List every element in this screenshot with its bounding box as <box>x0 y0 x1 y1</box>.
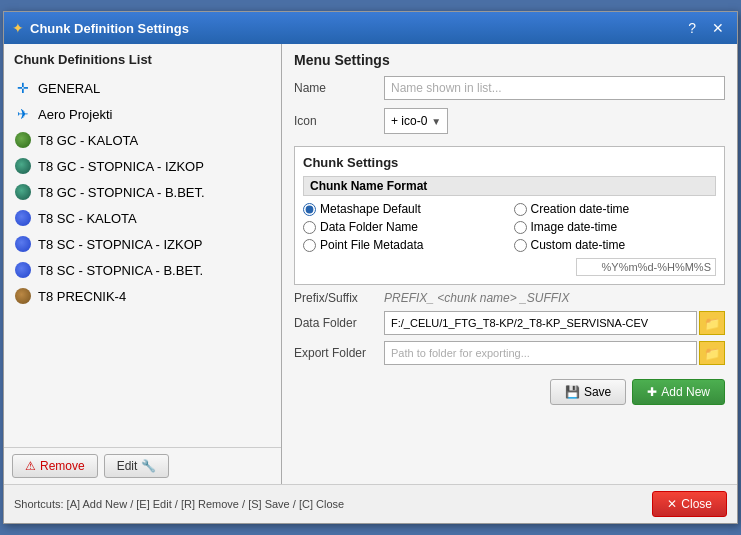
left-panel-buttons: ⚠ Remove Edit 🔧 <box>4 447 281 484</box>
radio-data-folder-input[interactable] <box>303 221 316 234</box>
shortcuts-text: Shortcuts: [A] Add New / [E] Edit / [R] … <box>14 498 344 510</box>
name-input[interactable] <box>384 76 725 100</box>
radio-point-file-input[interactable] <box>303 239 316 252</box>
list-item-label: T8 SC - STOPNICA - B.BET. <box>38 263 203 278</box>
plus-icon: ✛ <box>14 79 32 97</box>
list-item-label: GENERAL <box>38 81 100 96</box>
radio-metashape-default: Metashape Default <box>303 202 506 216</box>
sphere-icon <box>14 287 32 305</box>
save-icon: 💾 <box>565 385 580 399</box>
main-window: ✦ Chunk Definition Settings ? ✕ Chunk De… <box>3 11 738 524</box>
sphere-icon <box>14 261 32 279</box>
prefix-label: Prefix/Suffix <box>294 291 384 305</box>
radio-image-datetime-label: Image date-time <box>531 220 618 234</box>
list-item[interactable]: T8 SC - STOPNICA - IZKOP <box>4 231 281 257</box>
chevron-down-icon: ▼ <box>431 116 441 127</box>
radio-point-file-label: Point File Metadata <box>320 238 423 252</box>
save-button[interactable]: 💾 Save <box>550 379 626 405</box>
sphere-icon <box>14 209 32 227</box>
bottom-bar: Shortcuts: [A] Add New / [E] Edit / [R] … <box>4 484 737 523</box>
close-button[interactable]: ✕ Close <box>652 491 727 517</box>
icon-row: Icon + ico-0 ▼ <box>294 108 725 134</box>
list-item-label: T8 SC - KALOTA <box>38 211 137 226</box>
list-item-label: Aero Projekti <box>38 107 112 122</box>
add-icon: ✚ <box>647 385 657 399</box>
data-folder-label: Data Folder <box>294 316 384 330</box>
list-item-label: T8 PRECNIK-4 <box>38 289 126 304</box>
list-item[interactable]: T8 GC - STOPNICA - B.BET. <box>4 179 281 205</box>
icon-dropdown-value: + ico-0 <box>391 114 427 128</box>
title-bar: ✦ Chunk Definition Settings ? ✕ <box>4 12 737 44</box>
right-panel: Menu Settings Name Icon + ico-0 ▼ Chunk … <box>282 44 737 484</box>
radio-metashape-default-label: Metashape Default <box>320 202 421 216</box>
export-folder-label: Export Folder <box>294 346 384 360</box>
list-item[interactable]: T8 GC - STOPNICA - IZKOP <box>4 153 281 179</box>
remove-icon: ⚠ <box>25 459 36 473</box>
chunk-settings-header: Chunk Settings <box>303 155 716 170</box>
export-folder-input[interactable] <box>384 341 697 365</box>
window-title: Chunk Definition Settings <box>30 21 189 36</box>
list-item-label: T8 SC - STOPNICA - IZKOP <box>38 237 202 252</box>
radio-metashape-default-input[interactable] <box>303 203 316 216</box>
radio-creation-datetime: Creation date-time <box>514 202 717 216</box>
prefix-value: PREFIX_ <chunk name> _SUFFIX <box>384 291 569 305</box>
radio-custom-datetime: Custom date-time <box>514 238 717 252</box>
chunk-definitions-header: Chunk Definitions List <box>4 44 281 71</box>
prefix-row: Prefix/Suffix PREFIX_ <chunk name> _SUFF… <box>294 291 725 305</box>
edit-button[interactable]: Edit 🔧 <box>104 454 170 478</box>
list-item[interactable]: T8 PRECNIK-4 <box>4 283 281 309</box>
export-folder-row: Export Folder 📁 <box>294 341 725 365</box>
list-item-label: T8 GC - STOPNICA - B.BET. <box>38 185 205 200</box>
content-area: Chunk Definitions List ✛ GENERAL ✈ Aero … <box>4 44 737 523</box>
icon-dropdown[interactable]: + ico-0 ▼ <box>384 108 448 134</box>
sphere-icon <box>14 235 32 253</box>
icon-label: Icon <box>294 114 384 128</box>
data-folder-row: Data Folder 📁 <box>294 311 725 335</box>
radio-image-datetime-input[interactable] <box>514 221 527 234</box>
radio-data-folder: Data Folder Name <box>303 220 506 234</box>
data-folder-input[interactable] <box>384 311 697 335</box>
chunk-settings-box: Chunk Settings Chunk Name Format Metasha… <box>294 146 725 285</box>
app-icon: ✦ <box>12 20 24 36</box>
wrench-icon: 🔧 <box>141 459 156 473</box>
radio-custom-datetime-input[interactable] <box>514 239 527 252</box>
export-folder-browse-button[interactable]: 📁 <box>699 341 725 365</box>
title-bar-right: ? ✕ <box>683 19 729 37</box>
add-new-button[interactable]: ✚ Add New <box>632 379 725 405</box>
remove-button[interactable]: ⚠ Remove <box>12 454 98 478</box>
list-item[interactable]: ✈ Aero Projekti <box>4 101 281 127</box>
sphere-icon <box>14 183 32 201</box>
sphere-icon <box>14 157 32 175</box>
list-item[interactable]: ✛ GENERAL <box>4 75 281 101</box>
menu-settings-header: Menu Settings <box>294 52 725 68</box>
radio-creation-datetime-label: Creation date-time <box>531 202 630 216</box>
radio-grid: Metashape Default Creation date-time Dat… <box>303 202 716 252</box>
chunk-name-format-header: Chunk Name Format <box>303 176 716 196</box>
data-folder-browse-button[interactable]: 📁 <box>699 311 725 335</box>
list-item-label: T8 GC - STOPNICA - IZKOP <box>38 159 204 174</box>
radio-point-file: Point File Metadata <box>303 238 506 252</box>
list-item[interactable]: T8 GC - KALOTA <box>4 127 281 153</box>
radio-image-datetime: Image date-time <box>514 220 717 234</box>
plane-icon: ✈ <box>14 105 32 123</box>
main-panels: Chunk Definitions List ✛ GENERAL ✈ Aero … <box>4 44 737 484</box>
name-label: Name <box>294 81 384 95</box>
close-icon: ✕ <box>667 497 677 511</box>
folder-icon: 📁 <box>704 346 720 361</box>
action-buttons: 💾 Save ✚ Add New <box>294 379 725 405</box>
radio-creation-datetime-input[interactable] <box>514 203 527 216</box>
name-row: Name <box>294 76 725 100</box>
title-close-button[interactable]: ✕ <box>707 19 729 37</box>
radio-data-folder-label: Data Folder Name <box>320 220 418 234</box>
help-button[interactable]: ? <box>683 19 701 37</box>
folder-icon: 📁 <box>704 316 720 331</box>
radio-custom-datetime-label: Custom date-time <box>531 238 626 252</box>
left-panel: Chunk Definitions List ✛ GENERAL ✈ Aero … <box>4 44 282 484</box>
custom-date-input[interactable] <box>576 258 716 276</box>
list-item[interactable]: T8 SC - KALOTA <box>4 205 281 231</box>
sphere-icon <box>14 131 32 149</box>
list-item-label: T8 GC - KALOTA <box>38 133 138 148</box>
list-item[interactable]: T8 SC - STOPNICA - B.BET. <box>4 257 281 283</box>
title-bar-left: ✦ Chunk Definition Settings <box>12 20 189 36</box>
chunk-list: ✛ GENERAL ✈ Aero Projekti T8 GC - KALOTA… <box>4 71 281 447</box>
